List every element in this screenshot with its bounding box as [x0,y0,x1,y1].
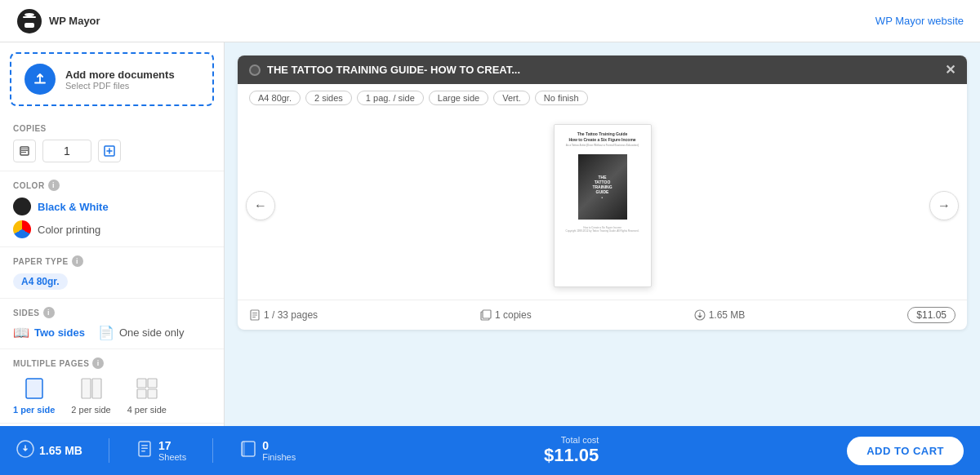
copies-info-text: 1 copies [495,309,532,321]
one-side-icon: 📄 [98,325,114,340]
total-cost-label: Total cost [544,435,599,445]
svg-rect-9 [26,379,42,398]
finishes-label: Finishes [262,452,296,462]
doc-title: THE TATTOO TRAINING GUIDE- HOW TO CREAT.… [267,64,520,76]
svg-rect-13 [148,379,157,388]
add-to-cart-button[interactable]: ADD TO CART [847,437,964,465]
two-sides-icon: 📖 [13,325,29,340]
svg-point-0 [17,9,42,33]
sidebar: Add more documents Select PDF files COPI… [0,42,225,426]
doc-preview-image: The Tattoo Training GuideHow to Create a… [554,124,652,287]
svg-rect-3 [24,23,34,28]
copies-footer-icon [480,309,492,321]
doc-footer: 1 / 33 pages 1 copies 1.65 MB $ [238,300,967,330]
preview-book-cover: THETATTOOTRAININGGUIDE ■ [578,154,627,220]
two-per-side-option[interactable]: 2 per side [71,375,110,415]
color-options: Black & White Color printing [13,198,211,238]
preview-book-text: THETATTOOTRAININGGUIDE ■ [589,171,615,202]
two-sides-option[interactable]: 📖 Two sides [13,325,85,340]
one-side-option[interactable]: 📄 One side only [98,325,185,340]
copies-row: 1 [13,140,211,162]
one-per-side-icon [21,375,47,402]
sides-info-icon[interactable]: i [43,307,55,318]
svg-rect-51 [141,447,148,449]
total-cost-value: $11.05 [544,445,599,466]
tags-row: A4 80gr. 2 sides 1 pag. / side Large sid… [238,84,967,112]
svg-rect-43 [252,315,257,316]
bw-label: Black & White [38,201,109,213]
logo-icon [16,8,42,34]
paper-badge[interactable]: A4 80gr. [13,273,68,290]
color-section: COLOR i Black & White Color printing [0,171,224,247]
size-info: 1.65 MB [694,309,746,321]
doc-close-button[interactable]: ✕ [945,62,956,78]
tag-paper[interactable]: A4 80gr. [249,91,301,105]
pages-icon [249,309,261,321]
svg-rect-1 [23,16,36,18]
preview-footer: How to Create a Six Figure Income Copyri… [561,226,644,233]
preview-title-text: The Tattoo Training GuideHow to Create a… [561,131,644,148]
bw-color-option[interactable]: Black & White [13,198,211,215]
copies-increment-button[interactable] [98,140,121,162]
doc-icon [20,146,29,156]
tag-size[interactable]: Large side [429,91,488,105]
divider-2 [212,438,213,463]
copies-section: COPIES 1 [0,116,224,171]
tag-finish[interactable]: No finish [535,91,588,105]
doc-card-header-left: THE TATTOO TRAINING GUIDE- HOW TO CREAT.… [249,64,520,76]
color-info-icon[interactable]: i [48,180,60,191]
pages-info-text: 1 / 33 pages [264,309,318,321]
multiple-pages-section: MULTIPLE PAGES i 1 per side [0,349,224,424]
two-per-side-label: 2 per side [71,405,110,415]
sheets-label: Sheets [158,452,186,462]
copies-info: 1 copies [480,309,532,321]
upload-main-text: Add more documents [65,69,175,81]
finishes-value: 0 [262,439,296,452]
svg-point-2 [24,13,34,16]
external-link[interactable]: WP Mayor website [875,15,964,27]
two-sides-label: Two sides [34,326,85,339]
prev-button[interactable]: ← [246,191,275,220]
svg-rect-54 [242,442,245,456]
one-per-side-option[interactable]: 1 per side [13,375,55,415]
color-color-option[interactable]: Color printing [13,220,211,238]
sheets-stat-icon [136,440,154,462]
tag-orientation[interactable]: Vert. [493,91,530,105]
bottom-bar: 1.65 MB 17 Sheets [0,426,980,475]
multiple-pages-info-icon[interactable]: i [92,357,104,369]
color-label: COLOR i [13,180,211,191]
doc-dot-icon [249,64,261,76]
header: WP Mayor WP Mayor website [0,0,980,42]
color-label: Color printing [38,224,100,236]
doc-card-header: THE TATTOO TRAINING GUIDE- HOW TO CREAT.… [238,55,967,84]
logo-area: WP Mayor [16,8,100,34]
sides-section: SIDES i 📖 Two sides 📄 One side only [0,299,224,349]
tag-sides[interactable]: 2 sides [305,91,352,105]
size-info-text: 1.65 MB [709,309,746,321]
upload-sub-text: Select PDF files [65,81,175,91]
pages-options: 1 per side 2 per side [13,375,211,415]
sheets-value: 17 [158,439,186,452]
one-per-side-label: 1 per side [13,405,55,415]
next-button[interactable]: → [929,191,959,220]
four-per-side-icon [134,375,160,402]
upload-area[interactable]: Add more documents Select PDF files [10,52,214,106]
stat-size: 1.65 MB [16,440,82,462]
svg-rect-42 [252,313,257,313]
tag-pages[interactable]: 1 pag. / side [357,91,424,105]
upload-footer-icon [694,309,706,321]
svg-rect-50 [141,445,148,446]
svg-rect-15 [148,389,157,398]
multiple-pages-label: MULTIPLE PAGES i [13,357,211,369]
svg-rect-6 [21,150,28,151]
paper-type-info-icon[interactable]: i [72,255,83,267]
site-name: WP Mayor [49,15,100,27]
copies-label: COPIES [13,124,211,133]
copies-input[interactable]: 1 [42,140,91,162]
four-per-side-option[interactable]: 4 per side [127,375,167,415]
one-side-label: One side only [119,326,185,339]
copies-decrement-button[interactable] [13,140,36,162]
two-per-side-icon [78,375,105,402]
preview-area: THE TATTOO TRAINING GUIDE- HOW TO CREAT.… [225,42,980,426]
svg-rect-11 [92,379,101,398]
